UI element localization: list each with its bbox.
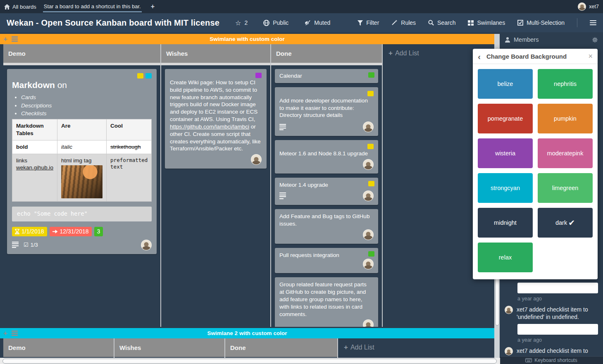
card-title: Create Wiki page: How to setup CI build …	[170, 79, 262, 152]
swatch-strongcyan[interactable]: strongcyan	[478, 173, 533, 203]
search-icon	[428, 20, 434, 26]
card-label-yellow[interactable]	[367, 144, 374, 149]
checklist-item-input[interactable]	[517, 283, 598, 293]
list-demo-2-header[interactable]: Demo	[3, 338, 114, 357]
list-done-title: Done	[276, 50, 292, 57]
card-wiki-page[interactable]: Create Wiki page: How to setup CI build …	[165, 69, 267, 169]
checklist-item-input[interactable]	[517, 324, 598, 335]
swimlane-add-icon[interactable]: +	[3, 35, 7, 43]
mute-toggle[interactable]: Muted	[304, 19, 330, 26]
activity-avatar[interactable]	[505, 347, 513, 355]
all-boards-label: All boards	[12, 4, 36, 10]
card-label-yellow[interactable]	[367, 91, 374, 96]
swimlane-2-lists: Demo Wishes Done + Add List	[0, 338, 494, 358]
swatch-midnight[interactable]: midnight	[478, 208, 533, 238]
swatch-limegreen[interactable]: limegreen	[538, 173, 593, 203]
swatch-wisteria[interactable]: wisteria	[478, 138, 533, 168]
swatch-label: pomegranate	[488, 115, 523, 122]
member-avatar[interactable]	[363, 229, 374, 240]
close-icon[interactable]: ×	[588, 52, 593, 61]
list-demo-header[interactable]: Demo	[3, 44, 160, 63]
visibility-toggle[interactable]: Public	[263, 19, 288, 26]
swatch-pomegranate[interactable]: pomegranate	[478, 104, 533, 133]
swimlane-menu-icon[interactable]	[12, 330, 18, 337]
card-title-bold: Markdown	[12, 80, 55, 90]
add-list-column-2: + Add List	[338, 338, 494, 358]
list-done-header[interactable]: Done	[271, 44, 382, 63]
table-cell-strike: strikethough	[107, 140, 152, 154]
star-shortcut-hint: Star a board to add a shortcut in this b…	[43, 1, 142, 12]
swatch-label: midnight	[494, 219, 517, 226]
table-cell-bold: bold	[12, 140, 57, 154]
due-date-badge[interactable]: 12/31/2018	[50, 227, 92, 236]
swimlane-add-icon[interactable]: +	[3, 329, 7, 338]
card-title: Calendar	[279, 72, 374, 80]
keyboard-shortcuts-bar[interactable]: Keyboard shortcuts	[500, 356, 603, 364]
card-meteor-16[interactable]: Meteor 1.6 and Node 8.8.1 upgrade	[275, 140, 378, 174]
swatch-relax[interactable]: relax	[478, 243, 533, 272]
swimlane-2-header[interactable]: + Swimlane 2 with custom color	[0, 328, 494, 338]
swimlane-menu-icon[interactable]	[12, 36, 18, 43]
user-menu[interactable]: xet7	[578, 2, 599, 11]
swatch-nephritis[interactable]: nephritis	[538, 69, 593, 99]
swatch-label: nephritis	[554, 81, 577, 87]
card-group-features[interactable]: Group related feature request parts at G…	[275, 277, 378, 327]
all-boards-link[interactable]: All boards	[4, 4, 36, 10]
list-wishes-header[interactable]: Wishes	[161, 44, 270, 63]
swatch-belize[interactable]: belize	[478, 69, 533, 99]
gear-icon[interactable]	[592, 37, 598, 43]
lambci-link[interactable]: https://github.com/lambci/lambci	[170, 124, 249, 130]
member-avatar[interactable]	[363, 259, 374, 269]
hamburger-menu-button[interactable]	[590, 19, 596, 26]
keyboard-shortcuts-label: Keyboard shortcuts	[534, 357, 577, 363]
swatch-dark[interactable]: dark✔	[538, 208, 593, 238]
back-chevron-icon[interactable]: ‹	[478, 52, 481, 61]
card-label-yellow[interactable]	[137, 73, 143, 79]
multi-selection-button[interactable]: Multi-Selection	[517, 19, 565, 26]
start-date-badge[interactable]: 1/1/2018	[12, 227, 47, 236]
keyboard-icon	[525, 358, 532, 362]
swatch-pumpkin[interactable]: pumpkin	[538, 104, 593, 133]
table-cell-italic: italic	[57, 140, 107, 154]
member-avatar[interactable]	[363, 159, 374, 170]
horizontal-scrollbar-thumb[interactable]	[2, 359, 497, 364]
board-title[interactable]: Wekan - Open Source Kanban board with MI…	[7, 18, 219, 28]
card-calendar[interactable]: Calendar	[275, 69, 378, 83]
hourglass-icon	[15, 229, 19, 234]
list-done-2-header[interactable]: Done	[225, 338, 337, 357]
list-wishes-2-header[interactable]: Wishes	[114, 338, 224, 357]
member-avatar[interactable]	[363, 319, 374, 327]
card-label-green[interactable]	[368, 72, 374, 78]
wekan-link[interactable]: wekan.gihub.io	[16, 164, 53, 171]
card-developer-docs[interactable]: Add more developer documentation to make…	[275, 87, 378, 136]
card-pull-requests[interactable]: Pull requests integration	[275, 248, 378, 274]
filter-button[interactable]: Filter	[358, 19, 379, 26]
star-counter[interactable]: ☆ 2	[235, 19, 248, 27]
checklist-count: 1/3	[31, 241, 38, 248]
horizontal-scrollbar[interactable]	[0, 358, 500, 364]
swimlane-1-header[interactable]: + Swimlane with custom color	[0, 34, 494, 44]
member-avatar[interactable]	[363, 190, 374, 201]
card-meteor-14[interactable]: Meteor 1.4 upgrade	[275, 178, 378, 205]
search-button[interactable]: Search	[428, 19, 455, 26]
member-avatar[interactable]	[251, 154, 262, 165]
member-avatar[interactable]	[141, 240, 152, 250]
color-swatches: belize nephritis pomegranate pumpkin wis…	[473, 64, 598, 277]
card-label-purple[interactable]	[255, 73, 262, 78]
rules-button[interactable]: Rules	[391, 19, 416, 26]
add-board-button[interactable]: +	[151, 3, 155, 10]
count-badge[interactable]: 3	[94, 227, 103, 236]
table-header-cell: Cool	[107, 119, 152, 140]
card-label-green[interactable]	[368, 251, 374, 257]
card-markdown[interactable]: Markdown on Cards Descriptions Checklist…	[7, 69, 157, 254]
filter-label: Filter	[366, 19, 379, 26]
activity-avatar[interactable]	[505, 306, 513, 314]
swimlanes-button[interactable]: Swimlanes	[468, 19, 505, 26]
card-label-yellow[interactable]	[368, 181, 374, 186]
add-list-button[interactable]: + Add List	[344, 343, 489, 352]
member-avatar[interactable]	[363, 121, 374, 132]
swatch-moderatepink[interactable]: moderatepink	[538, 138, 593, 168]
card-github-tags[interactable]: Add Feature and Bug tags to GitHub issue…	[275, 209, 378, 244]
card-label-cyan[interactable]	[145, 73, 152, 79]
swatch-label: strongcyan	[491, 185, 520, 191]
